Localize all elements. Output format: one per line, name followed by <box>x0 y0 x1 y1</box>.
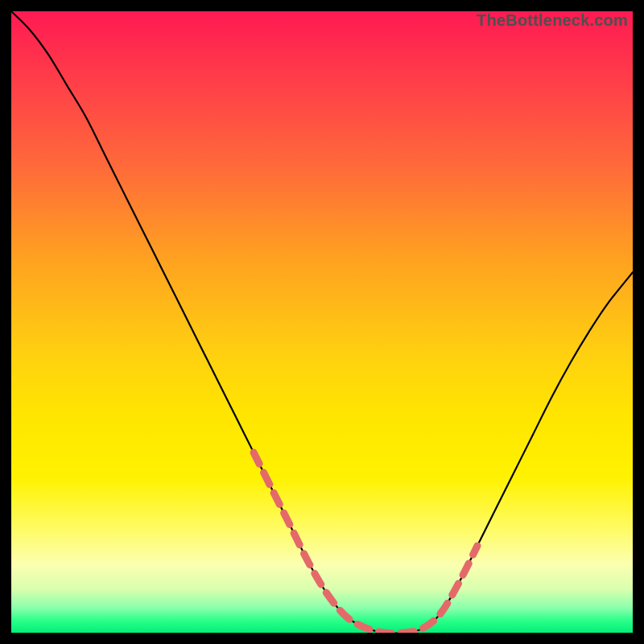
chart-frame: TheBottleneck.com <box>0 0 644 644</box>
bottleneck-curve <box>11 11 633 633</box>
curve-layer <box>11 11 633 633</box>
plot-area: TheBottleneck.com <box>11 11 633 633</box>
optimal-range-dash <box>254 452 477 633</box>
